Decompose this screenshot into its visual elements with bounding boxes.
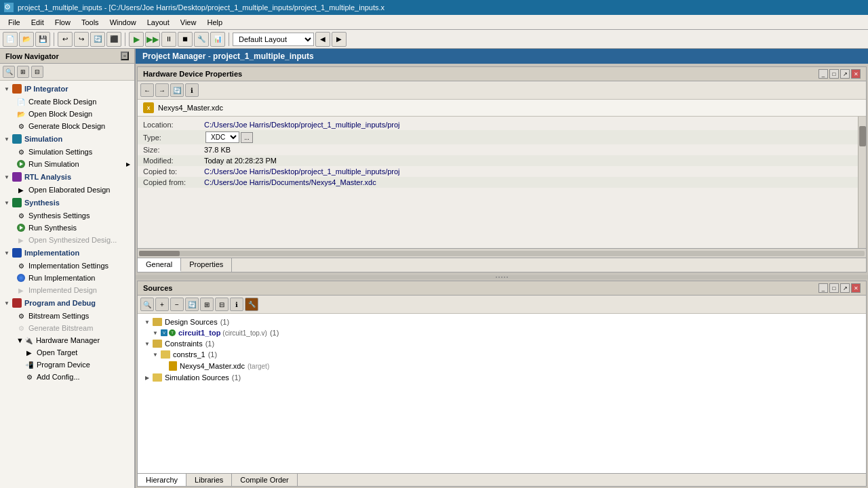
nav-open-block[interactable]: 📂 Open Block Design [5,108,134,120]
nav-create-block[interactable]: 📄 Create Block Design [5,96,134,108]
nav-search[interactable]: 🔍 [3,66,15,78]
nav-section-prog-debug: ▼ Program and Debug ⚙ Bitstream Settings… [0,296,134,383]
nav-add-config[interactable]: ⚙ Add Config... [5,371,134,383]
flow-nav-collapse[interactable]: « [121,52,129,60]
tab-compile-order[interactable]: Compile Order [232,474,298,486]
tb-run[interactable]: ▶ [129,32,144,47]
nav-section-rtl-header[interactable]: ▼ RTL Analysis [0,170,134,184]
hdp-vscroll[interactable] [858,117,866,248]
menu-view[interactable]: View [175,17,202,28]
hdp-minimize[interactable]: _ [818,69,828,79]
hdp-vscroll-thumb[interactable] [859,126,866,146]
sources-maximize[interactable]: □ [829,283,839,293]
menu-edit[interactable]: Edit [26,17,50,28]
src-collapse[interactable]: ⊟ [215,298,229,311]
hdp-hscroll[interactable] [138,248,866,258]
sources-tree: ▼ Design Sources (1) ▼ V T circuit1_top … [138,314,866,473]
src-search[interactable]: 🔍 [140,298,154,311]
sim-sources-count: (1) [232,373,241,382]
hdp-refresh[interactable]: 🔄 [170,83,184,97]
src-refresh[interactable]: 🔄 [185,298,199,311]
tree-constrs1[interactable]: ▼ constrs_1 (1) [138,349,866,360]
nav-run-sim[interactable]: Run Simulation ▶ [5,158,134,170]
tree-constraints[interactable]: ▼ Constraints (1) [138,338,866,349]
tb-btn4[interactable]: ⏹ [178,32,193,47]
src-info[interactable]: ℹ [230,298,243,311]
src-remove[interactable]: − [170,298,184,311]
src-add[interactable]: + [155,298,169,311]
nav-open-target[interactable]: ▶ Open Target [5,346,134,359]
prop-copied-to-value: C:/Users/Joe Harris/Desktop/project_1_mu… [204,167,852,176]
menu-window[interactable]: Window [104,17,142,28]
hdp-tab-properties[interactable]: Properties [181,258,232,272]
hdp-info[interactable]: ℹ [185,83,199,97]
tb-new[interactable]: 📄 [3,32,18,47]
tb-btn6[interactable]: 📊 [210,32,225,47]
nav-run-synth[interactable]: Run Synthesis [5,222,134,234]
hdp-forward[interactable]: → [155,83,169,97]
hdp-hscroll-thumb[interactable] [139,251,180,256]
nav-impl-design[interactable]: ▶ Implemented Design [5,284,134,296]
tab-libraries[interactable]: Libraries [186,474,232,486]
tb-open[interactable]: 📂 [19,32,34,47]
prop-type-select[interactable]: XDC [205,131,239,143]
prop-copied-from-value: C:/Users/Joe Harris/Documents/Nexys4_Mas… [204,178,852,186]
nav-section-implementation-header[interactable]: ▼ Implementation [0,246,134,260]
tab-hierarchy[interactable]: Hierarchy [138,474,186,486]
tb-run2[interactable]: ▶▶ [145,32,160,47]
hdp-back[interactable]: ← [140,83,154,97]
nav-open-elab[interactable]: ▶ Open Elaborated Design [5,184,134,196]
nav-open-synth[interactable]: ▶ Open Synthesized Desig... [5,234,134,246]
tb-btn5[interactable]: 🔧 [194,32,209,47]
tb-refresh[interactable]: 🔄 [90,32,105,47]
nav-section-ip-integrator-header[interactable]: ▼ IP Integrator [0,82,134,96]
tb-redo[interactable]: ↪ [74,32,89,47]
tb-stop[interactable]: ⬛ [106,32,121,47]
nav-run-impl[interactable]: Run Implementation [5,272,134,284]
tree-sim-sources[interactable]: ▶ Simulation Sources (1) [138,372,866,383]
hdp-tab-general[interactable]: General [138,258,181,272]
menu-tools[interactable]: Tools [76,17,104,28]
tree-design-sources[interactable]: ▼ Design Sources (1) [138,317,866,327]
layout-select[interactable]: Default Layout [233,33,314,46]
menu-file[interactable]: File [3,17,26,28]
nav-section-ip-integrator: ▼ IP Integrator 📄 Create Block Design 📂 … [0,82,134,132]
nav-section-simulation-header[interactable]: ▼ Simulation [0,132,134,146]
tb-layout1[interactable]: ◀ [315,32,330,47]
nav-expand[interactable]: ⊞ [17,66,29,78]
menu-layout[interactable]: Layout [142,17,175,28]
open-target-icon: ▶ [24,348,34,357]
nav-section-prog-debug-header[interactable]: ▼ Program and Debug [0,296,134,310]
nav-impl-settings[interactable]: ⚙ Implementation Settings [5,260,134,272]
sources-minimize[interactable]: _ [818,283,828,293]
nav-program-device[interactable]: 📲 Program Device [5,359,134,371]
nav-synth-settings[interactable]: ⚙ Synthesis Settings [5,209,134,222]
hdp-close[interactable]: ✕ [851,69,861,79]
tb-layout2[interactable]: ▶ [332,32,347,47]
hdp-maximize[interactable]: □ [829,69,839,79]
menu-help[interactable]: Help [201,17,228,28]
menu-flow[interactable]: Flow [50,17,76,28]
tb-btn3[interactable]: ⏸ [161,32,176,47]
sources-detach[interactable]: ↗ [840,283,850,293]
src-settings[interactable]: 🔧 [245,298,258,311]
rd4 [504,277,505,278]
tb-save[interactable]: 💾 [35,32,50,47]
nav-section-synthesis-header[interactable]: ▼ Synthesis [0,196,134,209]
resize-handle[interactable] [136,275,868,279]
hdp-detach[interactable]: ↗ [840,69,850,79]
nav-generate-block[interactable]: ⚙ Generate Block Design [5,120,134,132]
nav-sim-settings[interactable]: ⚙ Simulation Settings [5,146,134,158]
sources-close[interactable]: ✕ [851,283,861,293]
src-expand[interactable]: ⊞ [200,298,214,311]
tree-nexys4-xdc[interactable]: Nexys4_Master.xdc (target) [138,360,866,372]
tree-circuit1-top[interactable]: ▼ V T circuit1_top (circuit1_top.v) (1) [138,327,866,338]
nav-bitstream-settings[interactable]: ⚙ Bitstream Settings [5,310,134,322]
tb-undo[interactable]: ↩ [58,32,73,47]
nav-hw-manager-header[interactable]: ▼ 🔌 Hardware Manager [5,334,134,346]
prop-size-value: 37.8 KB [204,146,852,154]
top-icon: T [169,329,176,336]
prop-type-btn[interactable]: ... [241,132,253,143]
nav-gen-bitstream[interactable]: ⚙ Generate Bitstream [5,322,134,334]
nav-collapse-all[interactable]: ⊟ [31,66,43,78]
